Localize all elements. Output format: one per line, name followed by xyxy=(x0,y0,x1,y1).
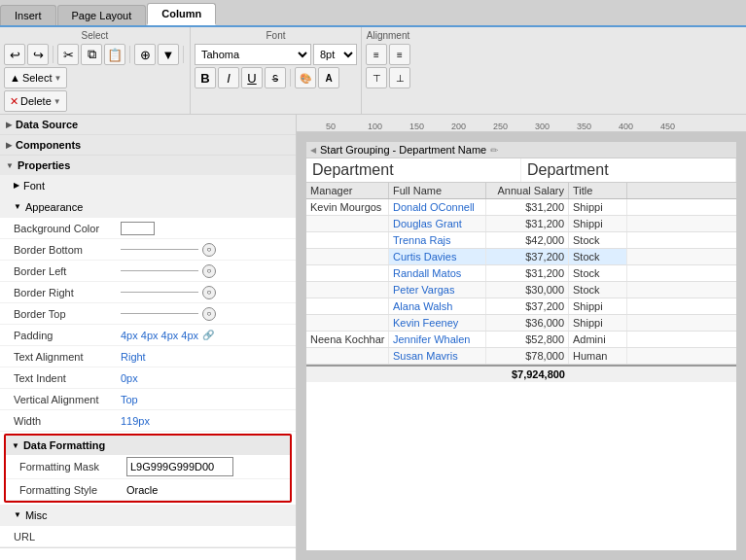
format-button[interactable]: ⊕ xyxy=(134,44,156,65)
components-triangle-icon: ▶ xyxy=(6,141,12,150)
align-right-button[interactable]: ≡ xyxy=(389,44,410,65)
toolbar-alignment-section: Alignment ≡ ≡ ⊤ ⊥ xyxy=(362,27,414,114)
text-alignment-row: Text Alignment Right xyxy=(0,346,296,368)
toolbar-select-section: Select ↩ ↪ ✂ ⧉ 📋 ⊕ ▼ ▲ Select ▼ ✕ Delete xyxy=(0,27,191,114)
td-title-1: Shippi xyxy=(569,199,627,215)
properties-header[interactable]: ▼ Properties xyxy=(0,156,296,175)
toolbar-font-section: Font Tahoma Arial Times New Roman 8pt 9p… xyxy=(191,27,362,114)
table-row: Peter Vargas $30,000 Stock xyxy=(306,282,736,298)
data-source-label: Data Source xyxy=(16,119,78,130)
data-formatting-triangle-icon: ▼ xyxy=(12,441,19,450)
td-title-10: Human xyxy=(569,348,627,364)
delete-button[interactable]: ✕ Delete ▼ xyxy=(4,90,67,112)
underline-button[interactable]: U xyxy=(241,67,263,88)
components-header[interactable]: ▶ Components xyxy=(0,135,296,155)
dept-header: Department Department xyxy=(306,158,736,183)
select-section-label: Select xyxy=(4,29,186,43)
border-bottom-label: Border Bottom xyxy=(14,244,121,256)
border-left-row: Border Left ○ xyxy=(0,261,296,282)
total-row: $7,924,800 xyxy=(306,365,736,382)
background-color-row: Background Color xyxy=(0,218,296,239)
tab-insert[interactable]: Insert xyxy=(0,5,56,25)
padding-row: Padding 4px 4px 4px 4px 🔗 xyxy=(0,325,296,346)
align-top-button[interactable]: ⊤ xyxy=(366,67,387,88)
tab-page-layout[interactable]: Page Layout xyxy=(57,5,147,25)
border-left-line xyxy=(121,270,198,271)
bold-button[interactable]: B xyxy=(195,67,216,88)
td-manager-5 xyxy=(306,265,389,281)
border-bottom-btn[interactable]: ○ xyxy=(202,243,216,257)
misc-row[interactable]: ▼ Misc xyxy=(0,505,296,526)
td-salary-1: $31,200 xyxy=(486,199,569,215)
ruler: 50 100 150 200 250 300 350 400 450 xyxy=(297,115,746,132)
ruler-tick-300: 300 xyxy=(535,122,550,131)
font-subsection-label: Font xyxy=(23,180,45,192)
padding-link-icon[interactable]: 🔗 xyxy=(202,330,214,340)
group-header-band: ◀ Start Grouping - Department Name ✏ xyxy=(306,142,736,158)
total-salary: $7,924,800 xyxy=(486,367,569,382)
ruler-tick-200: 200 xyxy=(451,122,466,131)
paste-button[interactable]: 📋 xyxy=(104,44,125,65)
width-value[interactable]: 119px xyxy=(121,415,150,427)
formatting-style-value: Oracle xyxy=(126,484,158,496)
padding-label: Padding xyxy=(14,330,121,341)
width-label: Width xyxy=(14,415,121,427)
table-body: Kevin Mourgos Donald OConnell $31,200 Sh… xyxy=(306,199,736,365)
select-label: Select xyxy=(22,72,53,84)
redo-button[interactable]: ↪ xyxy=(27,44,49,65)
group-edit-icon[interactable]: ✏ xyxy=(490,145,498,156)
tab-column[interactable]: Column xyxy=(147,3,216,25)
align-row-1: ≡ ≡ xyxy=(366,43,410,66)
td-salary-8: $36,000 xyxy=(486,315,569,331)
data-formatting-header[interactable]: ▼ Data Formatting xyxy=(6,436,290,455)
delete-x-icon: ✕ xyxy=(10,95,18,108)
formatting-mask-input[interactable] xyxy=(126,457,233,476)
font-size-select[interactable]: 8pt 9pt 10pt 12pt xyxy=(313,44,357,65)
highlight-color-button[interactable]: 🎨 xyxy=(295,67,316,88)
undo-button[interactable]: ↩ xyxy=(4,44,25,65)
border-top-line xyxy=(121,313,198,314)
border-right-btn[interactable]: ○ xyxy=(202,286,216,299)
border-top-btn[interactable]: ○ xyxy=(202,307,216,321)
td-name-8: Kevin Feeney xyxy=(389,315,486,331)
font-color-button[interactable]: A xyxy=(318,67,339,88)
appearance-subsection-row[interactable]: ▼ Appearance xyxy=(0,196,296,218)
table-row: Neena Kochhar Jennifer Whalen $52,800 Ad… xyxy=(306,332,736,348)
properties-label: Properties xyxy=(18,159,70,171)
formatting-mask-row: Formatting Mask xyxy=(6,455,290,479)
th-salary: Annual Salary xyxy=(486,183,569,198)
align-left-button[interactable]: ≡ xyxy=(366,44,387,65)
text-indent-value[interactable]: 0px xyxy=(121,372,138,384)
padding-value[interactable]: 4px 4px 4px 4px xyxy=(121,330,198,341)
background-color-picker[interactable] xyxy=(121,222,155,235)
th-fullname: Full Name xyxy=(389,183,486,198)
td-manager-10 xyxy=(306,348,389,364)
cut-button[interactable]: ✂ xyxy=(57,44,79,65)
toolbar-row-2: ▲ Select ▼ xyxy=(4,66,186,89)
select-button[interactable]: ▲ Select ▼ xyxy=(4,67,67,88)
table-row: Alana Walsh $37,200 Shippi xyxy=(306,298,736,315)
vertical-alignment-row: Vertical Alignment Top xyxy=(0,389,296,410)
align-bottom-button[interactable]: ⊥ xyxy=(389,67,410,88)
appearance-subsection-label: Appearance xyxy=(25,201,83,213)
group-header-text: Start Grouping - Department Name xyxy=(320,144,486,156)
text-alignment-value[interactable]: Right xyxy=(121,351,146,363)
font-subsection-row[interactable]: ▶ Font xyxy=(0,175,296,196)
total-empty-2 xyxy=(389,367,486,382)
vertical-alignment-value[interactable]: Top xyxy=(121,394,138,405)
data-source-header[interactable]: ▶ Data Source xyxy=(0,115,296,134)
properties-section: ▼ Properties ▶ Font ▼ Appearance Backgro… xyxy=(0,156,296,548)
td-name-6: Peter Vargas xyxy=(389,282,486,298)
url-row: URL xyxy=(0,526,296,547)
td-name-4: Curtis Davies xyxy=(389,249,486,264)
italic-button[interactable]: I xyxy=(218,67,239,88)
misc-triangle-icon: ▼ xyxy=(14,510,21,519)
copy-button[interactable]: ⧉ xyxy=(81,44,102,65)
font-family-select[interactable]: Tahoma Arial Times New Roman xyxy=(195,44,311,65)
border-left-btn[interactable]: ○ xyxy=(202,264,216,278)
strikethrough-button[interactable]: S̶ xyxy=(265,67,286,88)
format-dropdown[interactable]: ▼ xyxy=(158,44,179,65)
ruler-tick-100: 100 xyxy=(368,122,382,131)
td-salary-6: $30,000 xyxy=(486,282,569,298)
formatting-style-label: Formatting Style xyxy=(19,484,126,496)
